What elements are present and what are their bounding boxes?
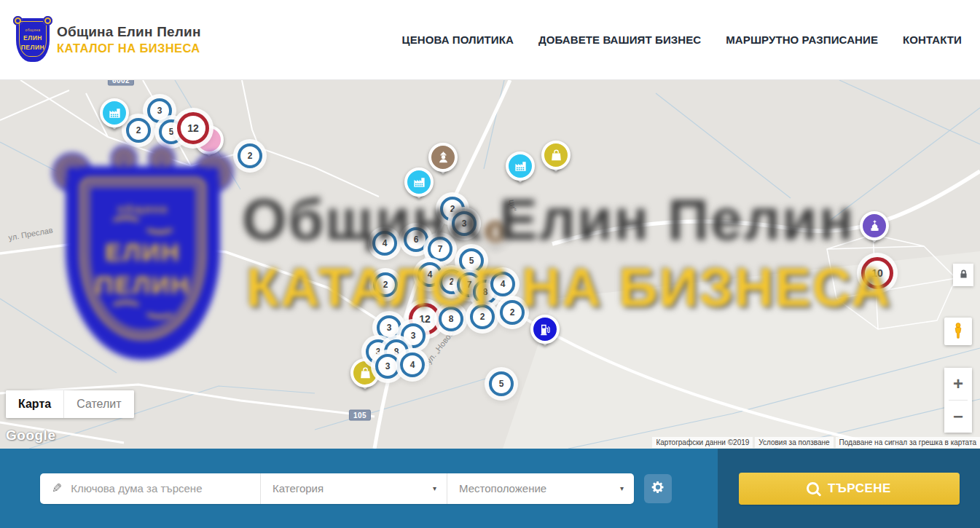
zoom-in-button[interactable]: +	[944, 368, 972, 400]
factory-icon	[404, 168, 434, 197]
map-marker-church[interactable]	[860, 211, 889, 240]
map-attribution: Картографски данни ©2019Условия за ползв…	[652, 437, 980, 448]
map-cluster[interactable]: 4	[418, 262, 442, 287]
municipality-crest-logo: община ЕЛИН ПЕЛИН	[16, 18, 50, 62]
map-marker-worker[interactable]	[481, 217, 510, 246]
search-submit-label: ТЪРСЕНЕ	[828, 481, 891, 496]
cluster-count: 5	[499, 379, 504, 389]
map-cluster[interactable]: 2	[470, 304, 495, 329]
map-cluster[interactable]: 4	[490, 272, 515, 296]
cluster-count: 7	[467, 280, 472, 290]
brand[interactable]: община ЕЛИН ПЕЛИН Община Елин Пелин КАТА…	[16, 18, 201, 62]
search-icon	[807, 482, 819, 494]
map-cluster[interactable]: 2	[373, 272, 398, 297]
map-type-control: Карта Сателит	[6, 390, 134, 418]
category-select[interactable]: Категория ▾	[260, 473, 447, 504]
map-marker-fuel[interactable]	[530, 315, 560, 344]
cluster-count: 8	[483, 287, 488, 297]
map-markers: 32512223467524278412822333834510	[0, 80, 980, 449]
cluster-count: 12	[419, 313, 431, 325]
map-cluster[interactable]: 10	[861, 257, 893, 289]
map-marker-factory[interactable]	[100, 98, 129, 127]
cluster-count: 2	[480, 312, 485, 322]
cluster-count: 2	[450, 277, 455, 287]
location-select[interactable]: Местоположение ▾	[447, 473, 634, 504]
cluster-count: 8	[449, 314, 454, 324]
lock-button[interactable]	[953, 264, 973, 286]
map-cluster[interactable]: 5	[489, 371, 514, 396]
crest-name-line1: ЕЛИН	[20, 34, 46, 42]
search-fields-panel: ✎ Категория ▾ Местоположение ▾	[0, 449, 718, 528]
pegman-icon	[949, 322, 967, 342]
chevron-down-icon: ▾	[620, 484, 624, 492]
map-canvas[interactable]: 6002105ул. Преславци“бул. „Новоселци“ 32…	[0, 80, 980, 449]
page: община ЕЛИН ПЕЛИН Община Елин Пелин КАТА…	[0, 0, 980, 528]
factory-icon	[506, 151, 535, 181]
cluster-count: 6	[414, 235, 419, 245]
zoom-out-button[interactable]: −	[944, 401, 972, 433]
cluster-count: 2	[383, 280, 388, 290]
map-attribution-link[interactable]: Условия за ползване	[755, 437, 833, 448]
nav-item[interactable]: ДОБАВЕТЕ ВАШИЯТ БИЗНЕС	[538, 34, 701, 46]
map-cluster[interactable]: 2	[500, 300, 525, 325]
cluster-count: 4	[428, 269, 433, 280]
cluster-count: 5	[169, 127, 174, 137]
advanced-search-button[interactable]	[644, 474, 672, 503]
cluster-count: 4	[501, 279, 506, 289]
crest-word: община	[20, 28, 46, 32]
cluster-count: 3	[385, 361, 391, 371]
location-select-value: Местоположение	[459, 482, 546, 494]
cluster-count: 8	[394, 347, 399, 357]
map-marker-bag[interactable]	[541, 141, 571, 170]
cluster-count: 4	[410, 360, 415, 370]
cluster-count: 2	[248, 151, 253, 161]
cluster-count: 4	[383, 238, 388, 248]
fuel-icon	[530, 315, 560, 344]
map-data-notice: Картографски данни ©2019	[652, 437, 753, 448]
search-submit-button[interactable]: ТЪРСЕНЕ	[739, 473, 960, 505]
map-type-map-button[interactable]: Карта	[6, 390, 63, 418]
nav-item[interactable]: ЦЕНОВА ПОЛИТИКА	[402, 34, 514, 46]
cluster-count: 2	[450, 204, 455, 214]
map-marker-factory[interactable]	[506, 151, 535, 181]
crest-name-line2: ПЕЛИН	[20, 44, 46, 52]
map-attribution-link[interactable]: Подаване на сигнал за грешка в картата	[836, 437, 980, 448]
nav-item[interactable]: МАРШРУТНО РАЗПИСАНИЕ	[726, 34, 878, 46]
cluster-count: 3	[157, 106, 162, 116]
pegman-streetview-button[interactable]	[944, 318, 972, 345]
keyword-search-field[interactable]: ✎	[40, 473, 260, 504]
cluster-count: 2	[510, 307, 515, 318]
map-cluster[interactable]: 3	[375, 354, 400, 379]
search-bar: ✎ Категория ▾ Местоположение ▾	[0, 449, 980, 528]
factory-icon	[100, 98, 129, 127]
google-logo[interactable]: Google	[6, 427, 55, 444]
crest-border: община ЕЛИН ПЕЛИН	[19, 21, 47, 57]
map-cluster[interactable]: 6	[404, 227, 428, 252]
map-cluster[interactable]: 4	[400, 352, 425, 377]
nav-item[interactable]: КОНТАКТИ	[903, 34, 962, 46]
map-cluster[interactable]: 2	[126, 118, 151, 143]
map-cluster[interactable]: 2	[238, 143, 262, 168]
search-fields: ✎ Категория ▾ Местоположение ▾	[40, 473, 634, 504]
map-cluster[interactable]: 5	[459, 248, 484, 273]
keyword-input[interactable]	[69, 481, 251, 495]
zoom-control: + −	[944, 368, 972, 433]
cluster-count: 3	[462, 218, 467, 229]
map-cluster[interactable]: 3	[377, 315, 401, 340]
map-marker-factory[interactable]	[404, 168, 434, 197]
map-type-satellite-button[interactable]: Сателит	[63, 390, 133, 418]
cluster-count: 12	[187, 122, 199, 134]
search-submit-panel: ТЪРСЕНЕ	[718, 449, 980, 528]
map-cluster[interactable]: 8	[439, 307, 463, 331]
map-cluster[interactable]: 4	[372, 231, 397, 256]
cluster-count: 2	[136, 125, 141, 135]
header: община ЕЛИН ПЕЛИН Община Елин Пелин КАТА…	[0, 0, 980, 80]
lock-icon	[959, 269, 968, 281]
church-icon	[860, 211, 889, 240]
map-cluster[interactable]: 12	[177, 112, 209, 144]
map-cluster[interactable]: 3	[452, 211, 477, 236]
map-cluster[interactable]: 7	[428, 237, 452, 261]
cluster-count: 3	[411, 331, 416, 341]
bag-icon	[541, 141, 571, 170]
site-subtitle: КАТАЛОГ НА БИЗНЕСА	[57, 42, 201, 55]
